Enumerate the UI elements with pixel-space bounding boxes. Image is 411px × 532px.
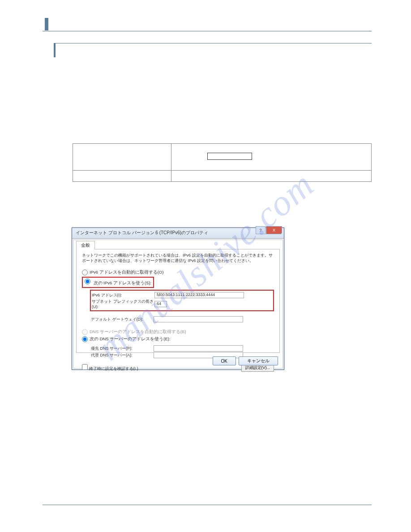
tab-general[interactable]: 全般 [76,241,95,249]
radio-auto-dns-row: DNS サーバーのアドレスを自動的に取得する(B) [82,329,274,335]
radio-manual-ip-row[interactable]: 次の IPv6 アドレスを使う(S): [82,277,274,288]
dns2-label: 代替 DNS サーバー(A): [91,352,154,358]
settings-table [73,143,372,182]
radio-auto-ip[interactable] [82,270,88,275]
dialog-title: インターネット プロトコル バージョン 6 (TCP/IPv6)のプロパティ [76,230,208,235]
table-cell-label [73,171,171,182]
table-cell-label [73,144,171,171]
validate-checkbox[interactable] [82,364,88,370]
table-cell-value [171,144,372,171]
prefix-row: サブネット プレフィックスの長さ(U): 64 [92,299,272,309]
radio-manual-dns[interactable] [82,336,88,342]
ipv6-address-input[interactable]: fd00:5043:1111:2222:3333:4444 [154,292,244,298]
radio-manual-ip[interactable] [85,279,90,284]
dns1-row: 優先 DNS サーバー(P): [91,345,273,352]
dns1-input[interactable] [154,345,243,352]
radio-auto-ip-row[interactable]: IPv6 アドレスを自動的に取得する(O) [82,270,274,275]
help-button[interactable]: ? [256,226,265,234]
dialog-window: インターネット プロトコル バージョン 6 (TCP/IPv6)のプロパティ ?… [72,227,284,370]
radio-auto-dns [82,329,88,335]
ok-button[interactable]: OK [213,356,236,365]
ipv6-address-row: IPv6 アドレス(I): fd00:5043:1111:2222:3333:4… [92,292,272,298]
sub-header-line [54,43,372,43]
radio-auto-dns-label: DNS サーバーのアドレスを自動的に取得する(B) [90,329,186,335]
dialog-titlebar: インターネット プロトコル バージョン 6 (TCP/IPv6)のプロパティ ?… [72,228,284,239]
validate-label: 終了時に設定を検証する(L) [89,366,138,371]
dialog-footer: OK キャンセル [213,356,278,365]
radio-auto-ip-label: IPv6 アドレスを自動的に取得する(O) [90,270,163,275]
radio-manual-ip-label: 次の IPv6 アドレスを使う(S): [94,280,152,285]
prefix-input[interactable]: 64 [154,301,167,307]
dialog-description: ネットワークでこの機能がサポートされている場合は、IPv6 設定を自動的に取得す… [82,253,274,263]
dialog-body: 全般 ネットワークでこの機能がサポートされている場合は、IPv6 設定を自動的に… [73,240,283,369]
table-cell-value [171,171,372,182]
gateway-input[interactable] [154,316,243,322]
cancel-button[interactable]: キャンセル [239,356,278,365]
dns-section: DNS サーバーのアドレスを自動的に取得する(B) 次の DNS サーバーのアド… [82,327,274,360]
ip-fields-highlight: IPv6 アドレス(I): fd00:5043:1111:2222:3333:4… [90,290,274,311]
radio-manual-dns-label: 次の DNS サーバーのアドレスを使う(E): [90,336,171,342]
close-icon: X [273,228,275,232]
tab-panel: ネットワークでこの機能がサポートされている場合は、IPv6 設定を自動的に取得す… [76,249,280,353]
ip-value-box [207,153,252,160]
prefix-label: サブネット プレフィックスの長さ(U): [92,299,154,309]
highlight-manual-ip: 次の IPv6 アドレスを使う(S): [82,277,154,288]
radio-manual-dns-row[interactable]: 次の DNS サーバーのアドレスを使う(E): [82,336,274,342]
gateway-row: デフォルト ゲートウェイ(D): [91,316,273,322]
help-icon: ? [259,228,261,232]
page-footer-line [43,505,372,505]
gateway-label: デフォルト ゲートウェイ(D): [91,317,154,322]
table-row [73,171,372,182]
header-accent [45,18,48,30]
close-button[interactable]: X [266,226,282,234]
table-row [73,144,372,171]
gateway-fields: デフォルト ゲートウェイ(D): [90,315,274,324]
dns1-label: 優先 DNS サーバー(P): [91,346,154,352]
sub-header-accent [54,43,56,57]
ipv6-address-label: IPv6 アドレス(I): [92,292,154,298]
page-header [43,18,372,31]
